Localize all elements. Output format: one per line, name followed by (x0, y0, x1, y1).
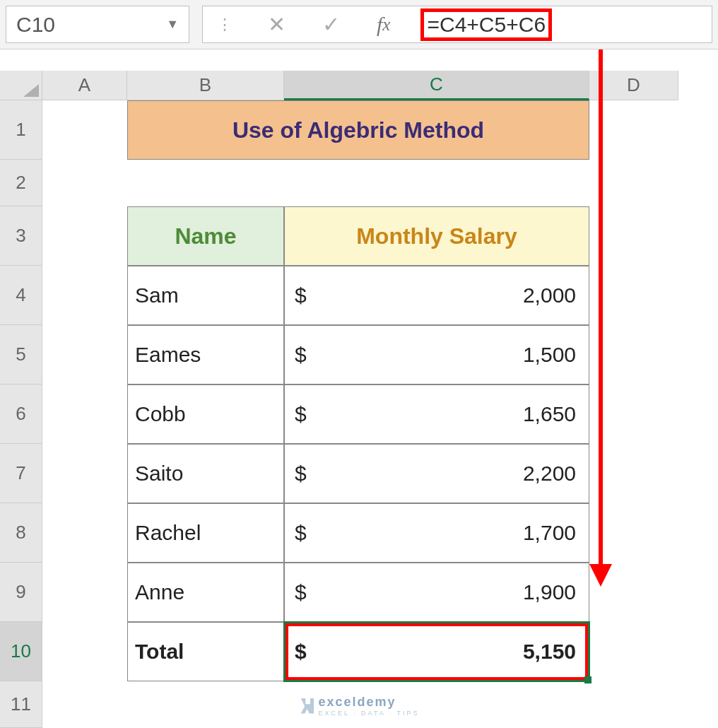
formula-input[interactable]: =C4+C5+C6 (423, 11, 550, 39)
cell-c10[interactable]: $ 5,150 (284, 622, 589, 681)
salary-value: 1,500 (523, 343, 576, 367)
cell-d5[interactable] (589, 325, 678, 384)
cell-b9[interactable]: Anne (127, 563, 284, 622)
col-head-d[interactable]: D (589, 71, 678, 100)
row-head-9[interactable]: 9 (0, 563, 42, 622)
cell-b5[interactable]: Eames (127, 325, 284, 384)
cell-d10[interactable] (589, 622, 678, 681)
currency-symbol: $ (295, 343, 307, 367)
salary-value: 1,650 (523, 402, 576, 426)
cell-b8[interactable]: Rachel (127, 503, 284, 563)
cell-d1[interactable] (589, 100, 678, 160)
total-value: 5,150 (523, 640, 576, 664)
cell-a4[interactable] (42, 266, 127, 325)
cell-d8[interactable] (589, 503, 678, 563)
row-9: 9 Anne $ 1,900 (0, 563, 718, 622)
cell-a8[interactable] (42, 503, 127, 563)
row-head-10[interactable]: 10 (0, 622, 42, 681)
row-10: 10 Total $ 5,150 (0, 622, 718, 681)
header-salary[interactable]: Monthly Salary (284, 206, 589, 266)
col-head-b[interactable]: B (127, 71, 284, 100)
currency-symbol: $ (295, 402, 307, 426)
row-head-2[interactable]: 2 (0, 160, 42, 206)
cell-c8[interactable]: $ 1,700 (284, 503, 589, 563)
formula-bar-controls: ⋮ ✕ ✓ fx =C4+C5+C6 (202, 6, 712, 43)
cell-a3[interactable] (42, 206, 127, 266)
cell-c4[interactable]: $ 2,000 (284, 266, 589, 325)
cell-a6[interactable] (42, 384, 127, 444)
cell-d3[interactable] (589, 206, 678, 266)
cell-a7[interactable] (42, 444, 127, 503)
currency-symbol: $ (295, 521, 307, 545)
salary-value: 2,200 (523, 462, 576, 486)
cell-c9[interactable]: $ 1,900 (284, 563, 589, 622)
cell-a10[interactable] (42, 622, 127, 681)
currency-symbol: $ (295, 283, 307, 307)
expand-icon[interactable]: ⋮ (213, 16, 235, 34)
cell-d6[interactable] (589, 384, 678, 444)
currency-symbol: $ (295, 640, 307, 664)
cell-b7[interactable]: Saito (127, 444, 284, 503)
row-7: 7 Saito $ 2,200 (0, 444, 718, 503)
row-4: 4 Sam $ 2,000 (0, 266, 718, 325)
col-head-a[interactable]: A (42, 71, 127, 100)
cell-b2[interactable] (127, 160, 284, 206)
cell-d7[interactable] (589, 444, 678, 503)
salary-value: 2,000 (523, 283, 576, 307)
salary-value: 1,700 (523, 521, 576, 545)
watermark-tag: EXCEL · DATA · TIPS (318, 710, 419, 717)
cell-d4[interactable] (589, 266, 678, 325)
row-head-5[interactable]: 5 (0, 325, 42, 384)
name-box[interactable]: C10 ▼ (6, 6, 189, 43)
row-5: 5 Eames $ 1,500 (0, 325, 718, 384)
row-head-6[interactable]: 6 (0, 384, 42, 444)
cell-c2[interactable] (284, 160, 589, 206)
salary-value: 1,900 (523, 580, 576, 604)
cell-b10[interactable]: Total (127, 622, 284, 681)
cell-b4[interactable]: Sam (127, 266, 284, 325)
title-cell[interactable]: Use of Algebric Method (127, 100, 589, 160)
header-name[interactable]: Name (127, 206, 284, 266)
cell-c6[interactable]: $ 1,650 (284, 384, 589, 444)
enter-icon[interactable]: ✓ (318, 12, 344, 37)
formula-bar: C10 ▼ ⋮ ✕ ✓ fx =C4+C5+C6 (0, 0, 718, 49)
currency-symbol: $ (295, 580, 307, 604)
cancel-icon[interactable]: ✕ (264, 12, 290, 37)
watermark-text: exceldemy EXCEL · DATA · TIPS (318, 695, 419, 717)
fx-icon[interactable]: fx (372, 13, 394, 37)
cell-c7[interactable]: $ 2,200 (284, 444, 589, 503)
row-head-4[interactable]: 4 (0, 266, 42, 325)
column-header-row: A B C D (0, 71, 718, 100)
cell-b6[interactable]: Cobb (127, 384, 284, 444)
name-box-value: C10 (16, 13, 55, 37)
spreadsheet-grid: A B C D 1 Use of Algebric Method 2 3 Nam… (0, 71, 718, 728)
row-1: 1 Use of Algebric Method (0, 100, 718, 160)
row-3: 3 Name Monthly Salary (0, 206, 718, 266)
col-head-c[interactable]: C (284, 71, 589, 100)
row-6: 6 Cobb $ 1,650 (0, 384, 718, 444)
cell-d2[interactable] (589, 160, 678, 206)
select-all-corner[interactable] (0, 71, 42, 100)
watermark: exceldemy EXCEL · DATA · TIPS (0, 695, 718, 717)
row-head-7[interactable]: 7 (0, 444, 42, 503)
cell-a1[interactable] (42, 100, 127, 160)
row-head-1[interactable]: 1 (0, 100, 42, 160)
row-2: 2 (0, 160, 718, 206)
cell-a2[interactable] (42, 160, 127, 206)
currency-symbol: $ (295, 462, 307, 486)
cell-c5[interactable]: $ 1,500 (284, 325, 589, 384)
cell-d9[interactable] (589, 563, 678, 622)
watermark-brand: exceldemy (318, 695, 396, 709)
cell-a5[interactable] (42, 325, 127, 384)
chevron-down-icon[interactable]: ▼ (166, 17, 179, 32)
cell-a9[interactable] (42, 563, 127, 622)
row-head-8[interactable]: 8 (0, 503, 42, 563)
row-head-3[interactable]: 3 (0, 206, 42, 266)
row-8: 8 Rachel $ 1,700 (0, 503, 718, 563)
watermark-logo-icon (298, 698, 314, 714)
